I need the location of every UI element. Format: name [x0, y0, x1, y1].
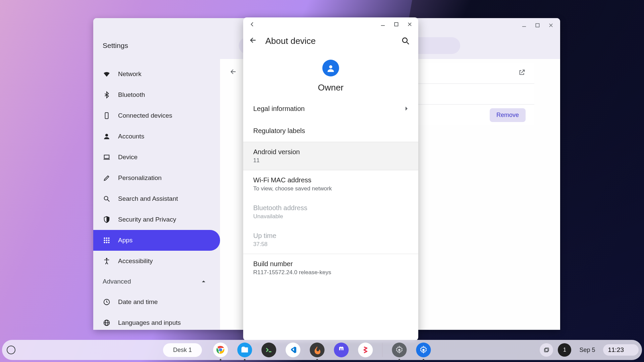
item-value: Unavailable — [253, 213, 283, 220]
tray-status-area[interactable]: 11:23 — [603, 344, 639, 356]
svg-point-30 — [329, 65, 332, 68]
svg-point-28 — [402, 38, 407, 43]
tray-notification-count[interactable]: 1 — [558, 343, 571, 357]
tray-tote-button[interactable] — [540, 343, 553, 357]
accessibility-icon — [103, 257, 111, 265]
desk-button[interactable]: Desk 1 — [163, 343, 202, 357]
item-value: 37:58 — [253, 241, 268, 248]
sidebar-item-label: Accounts — [118, 133, 144, 140]
item-label: Android version — [253, 148, 300, 156]
sidebar-item-device[interactable]: Device — [93, 147, 220, 168]
svg-point-12 — [108, 238, 110, 239]
about-list: Legal information Regulatory labels Andr… — [243, 98, 418, 282]
about-titlebar — [243, 17, 418, 31]
sidebar-item-accessibility[interactable]: Accessibility — [93, 251, 220, 272]
svg-point-10 — [104, 238, 105, 239]
about-device-window: About device Owner Legal information Reg… — [243, 17, 418, 341]
app-terminal[interactable] — [262, 343, 276, 357]
about-title: About device — [265, 36, 316, 46]
item-label: Bluetooth address — [253, 204, 307, 212]
settings-sidebar: Network Bluetooth Connected devices Acco… — [93, 59, 220, 330]
item-legal-information[interactable]: Legal information — [243, 98, 418, 120]
sidebar-advanced-toggle[interactable]: Advanced — [93, 272, 220, 292]
app-developer-settings[interactable] — [392, 343, 407, 357]
app-mastodon[interactable] — [334, 343, 349, 357]
notification-count: 1 — [563, 347, 566, 353]
search-icon — [103, 195, 111, 203]
globe-icon — [103, 319, 111, 327]
item-build-number[interactable]: Build number R117-15572.24.0 release-key… — [243, 254, 418, 282]
shelf: Desk 1 — [2, 340, 642, 360]
wifi-icon — [103, 70, 111, 78]
tray-date[interactable]: Sep 5 — [576, 343, 598, 357]
shield-icon — [103, 216, 111, 224]
sidebar-item-label: Connected devices — [118, 112, 172, 119]
about-close-button[interactable] — [403, 18, 416, 30]
svg-rect-1 — [536, 23, 539, 27]
sidebar-item-label: Accessibility — [118, 257, 153, 265]
svg-point-8 — [104, 196, 108, 200]
sidebar-item-security-privacy[interactable]: Security and Privacy — [93, 209, 220, 230]
content-back-button[interactable] — [227, 65, 240, 78]
svg-rect-4 — [105, 113, 108, 119]
window-maximize-button[interactable] — [531, 19, 544, 32]
svg-point-34 — [422, 349, 425, 351]
settings-title: Settings — [103, 42, 128, 50]
svg-point-16 — [104, 242, 105, 243]
svg-point-33 — [398, 349, 400, 351]
app-files[interactable] — [237, 343, 252, 357]
sidebar-item-connected-devices[interactable]: Connected devices — [93, 105, 220, 126]
sidebar-item-label: Languages and inputs — [118, 319, 181, 326]
about-nav-back-button[interactable] — [245, 18, 259, 30]
app-vscode[interactable] — [286, 343, 301, 357]
desk-label: Desk 1 — [173, 347, 192, 353]
item-regulatory-labels[interactable]: Regulatory labels — [243, 120, 418, 142]
sidebar-item-apps[interactable]: Apps — [93, 230, 220, 251]
sidebar-item-languages-inputs[interactable]: Languages and inputs — [93, 312, 220, 330]
item-label: Wi-Fi MAC address — [253, 176, 311, 184]
window-minimize-button[interactable] — [517, 19, 531, 32]
phone-icon — [103, 112, 111, 120]
window-close-button[interactable] — [544, 19, 557, 32]
sidebar-item-label: Personalization — [118, 174, 162, 182]
app-settings[interactable] — [416, 343, 431, 357]
time-label: 11:23 — [608, 346, 624, 354]
owner-name: Owner — [243, 82, 418, 93]
about-search-button[interactable] — [399, 34, 412, 48]
sidebar-item-network[interactable]: Network — [93, 64, 220, 84]
svg-line-29 — [407, 42, 409, 44]
app-chrome[interactable] — [213, 343, 228, 357]
svg-point-13 — [104, 240, 105, 241]
about-maximize-button[interactable] — [389, 18, 403, 30]
sidebar-item-label: Apps — [118, 237, 132, 244]
item-android-version[interactable]: Android version 11 — [243, 142, 418, 170]
sidebar-item-personalization[interactable]: Personalization — [93, 168, 220, 188]
sidebar-item-search-assistant[interactable]: Search and Assistant — [93, 188, 220, 209]
clock-icon — [103, 298, 111, 306]
svg-point-14 — [106, 240, 107, 241]
svg-point-15 — [108, 240, 110, 241]
bluetooth-icon — [103, 91, 111, 99]
owner-section: Owner — [243, 51, 418, 98]
remove-button[interactable]: Remove — [490, 108, 526, 122]
app-red-s[interactable] — [358, 343, 373, 357]
svg-point-19 — [106, 258, 107, 259]
sidebar-item-label: Security and Privacy — [118, 216, 176, 223]
svg-rect-25 — [394, 22, 398, 26]
sidebar-item-date-time[interactable]: Date and time — [93, 292, 220, 312]
item-label: Regulatory labels — [253, 127, 305, 135]
svg-point-17 — [106, 242, 107, 243]
sidebar-item-label: Date and time — [118, 298, 158, 306]
about-minimize-button[interactable] — [376, 18, 389, 30]
sidebar-item-bluetooth[interactable]: Bluetooth — [93, 84, 220, 105]
item-bluetooth-address: Bluetooth address Unavailable — [243, 198, 418, 226]
about-back-button[interactable] — [249, 36, 257, 46]
sidebar-item-label: Network — [118, 70, 142, 78]
sidebar-item-accounts[interactable]: Accounts — [93, 126, 220, 147]
system-tray: 1 Sep 5 11:23 — [540, 343, 639, 357]
item-wifi-mac[interactable]: Wi-Fi MAC address To view, choose saved … — [243, 170, 418, 198]
apps-grid-icon — [103, 236, 111, 244]
svg-point-18 — [108, 242, 110, 243]
launcher-button[interactable] — [7, 346, 15, 354]
app-fire[interactable] — [310, 343, 325, 357]
